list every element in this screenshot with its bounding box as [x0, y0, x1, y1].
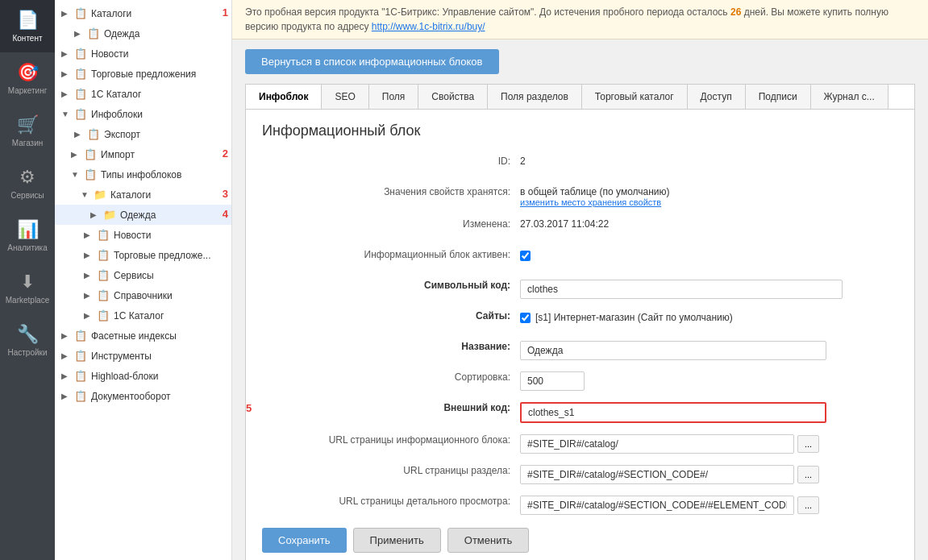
tree-item-katalogi-sub[interactable]: ▼ 📁 Каталоги 3	[55, 185, 231, 205]
tree-item-novosti-sub[interactable]: ▶ 📋 Новости	[55, 225, 231, 245]
annotation-3: 3	[223, 188, 228, 200]
url-section-value: ...	[520, 462, 898, 484]
external-input[interactable]	[520, 402, 826, 423]
tree-item-1c-top[interactable]: ▶ 📋 1С Каталог	[55, 84, 231, 104]
sidebar-item-marketplace[interactable]: ⬇ Marketplace	[0, 262, 55, 314]
arrow-icon: ▼	[81, 190, 90, 199]
form-row-url-detail: URL страницы детального просмотра: ...	[262, 492, 898, 515]
symbolic-value	[520, 276, 898, 299]
active-checkbox[interactable]	[520, 251, 531, 261]
external-value	[520, 399, 898, 423]
notice-link[interactable]: http://www.1c-bitrix.ru/buy/	[372, 21, 485, 32]
notice-text: Это пробная версия продукта "1С-Битрикс:…	[245, 6, 728, 18]
tab-properties[interactable]: Свойства	[418, 85, 488, 109]
storage-link[interactable]: изменить место хранения свойств	[520, 197, 898, 207]
annotation-5: 5	[246, 402, 252, 414]
url-section-button[interactable]: ...	[797, 466, 819, 483]
name-input[interactable]	[520, 341, 826, 360]
sort-input[interactable]	[520, 371, 585, 391]
tree-item-import[interactable]: ▶ 📋 Импорт 2	[55, 144, 231, 164]
storage-label: Значения свойств хранятся:	[262, 183, 520, 197]
tree-item-torg-sub[interactable]: ▶ 📋 Торговые предложе...	[55, 245, 231, 265]
arrow-icon: ▶	[61, 89, 71, 98]
arrow-icon: ▶	[61, 351, 71, 360]
url-detail-input[interactable]	[520, 496, 794, 515]
id-value: 2	[520, 152, 898, 167]
back-button[interactable]: Вернуться в список информационных блоков	[245, 49, 499, 74]
url-detail-value: ...	[520, 492, 898, 515]
name-label: Название:	[262, 338, 520, 352]
form-row-symbolic: Символьный код:	[262, 276, 898, 299]
sidebar-item-content-label: Контент	[12, 34, 42, 43]
main-content: Это пробная версия продукта "1С-Битрикс:…	[232, 0, 928, 560]
tab-fields[interactable]: Поля	[369, 85, 419, 109]
arrow-icon: ▶	[84, 311, 94, 320]
tab-infoblock[interactable]: Инфоблок	[246, 85, 322, 109]
sidebar-item-marketing[interactable]: 🎯 Маркетинг	[0, 52, 55, 105]
content-icon: 📄	[17, 10, 39, 31]
url-info-button[interactable]: ...	[797, 435, 819, 453]
notice-bar: Это пробная версия продукта "1С-Битрикс:…	[232, 0, 928, 39]
marketing-icon: 🎯	[17, 62, 39, 83]
tree-item-infobloki[interactable]: ▼ 📋 Инфоблоки	[55, 104, 231, 124]
tree-item-torgovye[interactable]: ▶ 📋 Торговые предложения	[55, 64, 231, 84]
form-row-url-info: URL страницы информационного блока: ...	[262, 431, 898, 454]
cancel-button[interactable]: Отменить	[447, 528, 529, 553]
tab-seo[interactable]: SEO	[322, 85, 368, 109]
sidebar-item-analytics-label: Аналитика	[7, 243, 48, 252]
tree-sidebar: ▶ 📋 Каталоги ▶ 📋 Одежда 1 ▶ 📋 Новости ▶ …	[55, 0, 232, 560]
sidebar-item-settings[interactable]: 🔧 Настройки	[0, 314, 55, 367]
tree-item-instrumenty[interactable]: ▶ 📋 Инструменты	[55, 346, 231, 366]
symbolic-input[interactable]	[520, 280, 843, 299]
marketplace-icon: ⬇	[20, 272, 35, 292]
tree-item-novosti-top[interactable]: ▶ 📋 Новости	[55, 44, 231, 64]
save-button[interactable]: Сохранить	[262, 528, 347, 553]
sidebar-item-shop[interactable]: 🛒 Магазин	[0, 105, 55, 157]
tree-item-1c-sub[interactable]: ▶ 📋 1С Каталог	[55, 305, 231, 326]
tab-access[interactable]: Доступ	[688, 85, 746, 109]
sidebar-item-analytics[interactable]: 📊 Аналитика	[0, 209, 55, 262]
tree-item-servisy[interactable]: ▶ 📋 Сервисы	[55, 265, 231, 285]
apply-button[interactable]: Применить	[353, 528, 441, 553]
sidebar-item-content[interactable]: 📄 Контент	[0, 0, 55, 52]
tree-item-dokumentooborot[interactable]: ▶ 📋 Документооборот	[55, 386, 231, 406]
url-detail-label: URL страницы детального просмотра:	[262, 492, 520, 507]
sites-checkbox[interactable]	[520, 313, 531, 323]
form-row-external: Внешний код: 5	[262, 399, 898, 423]
tab-trade-catalog[interactable]: Торговый каталог	[582, 85, 688, 109]
url-section-input[interactable]	[520, 465, 794, 484]
active-value	[520, 246, 898, 261]
sites-value: [s1] Интернет-магазин (Сайт по умолчанию…	[520, 307, 898, 323]
name-value	[520, 338, 898, 360]
arrow-icon: ▶	[61, 69, 71, 78]
tree-item-fasety[interactable]: ▶ 📋 Фасетные индексы	[55, 326, 231, 346]
tree-item-odezhda-top[interactable]: ▶ 📋 Одежда 1	[55, 23, 231, 44]
form-row-storage: Значения свойств хранятся: в общей табли…	[262, 183, 898, 207]
tree-item-eksport[interactable]: ▶ 📋 Экспорт	[55, 124, 231, 144]
tree-item-highload[interactable]: ▶ 📋 Highload-блоки	[55, 366, 231, 386]
tree-item-spravochniki[interactable]: ▶ 📋 Справочники	[55, 285, 231, 305]
tree-item-katalogi[interactable]: ▶ 📋 Каталоги	[55, 3, 231, 23]
symbolic-label: Символьный код:	[262, 276, 520, 291]
form-title: Информационный блок	[262, 122, 898, 139]
arrow-icon: ▶	[84, 251, 94, 259]
sort-value	[520, 368, 898, 391]
tab-subscriptions[interactable]: Подписи	[746, 85, 811, 109]
sidebar-item-shop-label: Магазин	[12, 139, 44, 147]
url-info-input[interactable]	[520, 434, 794, 454]
bottom-buttons: Сохранить Применить Отменить	[262, 528, 898, 553]
form-panel: Информационный блок ID: 2 Значения свойс…	[245, 109, 915, 560]
sidebar-item-marketing-label: Маркетинг	[8, 86, 48, 95]
sidebar-item-services[interactable]: ⚙ Сервисы	[0, 157, 55, 209]
tree-item-odezhda-active[interactable]: ▶ 📁 Одежда 4	[55, 205, 231, 225]
analytics-icon: 📊	[17, 219, 39, 240]
tree-item-tipy-infoblokov[interactable]: ▼ 📋 Типы инфоблоков	[55, 164, 231, 185]
tab-journal[interactable]: Журнал с...	[811, 85, 888, 109]
form-row-active: Информационный блок активен:	[262, 246, 898, 268]
modified-label: Изменена:	[262, 215, 520, 230]
url-info-label: URL страницы информационного блока:	[262, 431, 520, 446]
arrow-icon: ▶	[61, 371, 71, 380]
url-detail-button[interactable]: ...	[797, 496, 819, 514]
url-section-label: URL страницы раздела:	[262, 462, 520, 476]
tab-section-fields[interactable]: Поля разделов	[488, 85, 582, 109]
